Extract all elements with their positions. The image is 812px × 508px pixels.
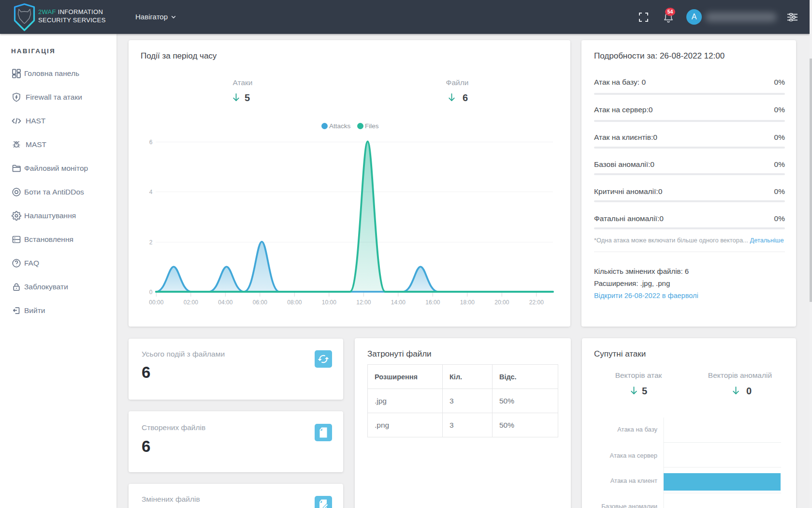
svg-text:0: 0 bbox=[149, 289, 153, 296]
svg-text:06:00: 06:00 bbox=[253, 299, 267, 306]
svg-text:6: 6 bbox=[149, 139, 153, 146]
svg-text:18:00: 18:00 bbox=[460, 299, 475, 306]
svg-text:20:00: 20:00 bbox=[494, 299, 509, 306]
svg-text:02:00: 02:00 bbox=[184, 299, 198, 306]
svg-text:00:00: 00:00 bbox=[149, 299, 163, 306]
svg-text:4: 4 bbox=[149, 189, 153, 195]
svg-text:Базовые аномалии: Базовые аномалии bbox=[601, 503, 657, 508]
svg-text:12:00: 12:00 bbox=[356, 299, 371, 306]
svg-text:10:00: 10:00 bbox=[322, 299, 336, 306]
svg-text:Атака на базу: Атака на базу bbox=[617, 426, 657, 433]
svg-text:2: 2 bbox=[149, 239, 153, 246]
svg-text:14:00: 14:00 bbox=[391, 299, 406, 306]
svg-text:Атака на сервер: Атака на сервер bbox=[610, 452, 657, 459]
svg-text:22:00: 22:00 bbox=[529, 299, 544, 306]
svg-text:08:00: 08:00 bbox=[287, 299, 302, 306]
svg-text:04:00: 04:00 bbox=[218, 299, 232, 306]
svg-text:Атака на клиент: Атака на клиент bbox=[610, 477, 657, 484]
svg-text:16:00: 16:00 bbox=[425, 299, 440, 306]
